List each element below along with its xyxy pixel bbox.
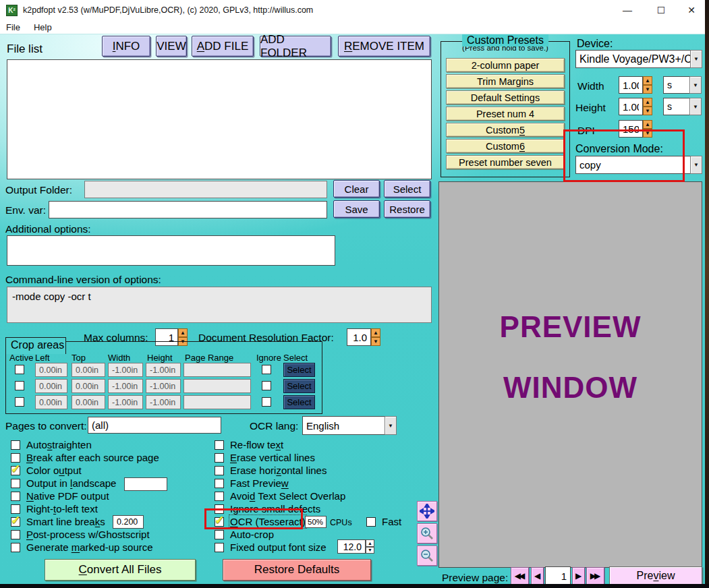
crop-left-input[interactable] [35, 363, 67, 377]
spin-up-icon[interactable]: ▲ [178, 328, 188, 337]
crop-active-checkbox[interactable]: ✓ [15, 381, 24, 390]
next-page-button[interactable]: ▶ [572, 567, 585, 585]
preview-button[interactable]: Preview [609, 566, 702, 585]
spin-down-icon[interactable]: ▼ [643, 85, 652, 94]
spin-down-icon[interactable]: ▼ [366, 547, 374, 554]
add-folder-button[interactable]: ADD FOLDER [260, 36, 331, 57]
spin-up-icon[interactable]: ▲ [366, 539, 374, 547]
prev-page-button[interactable]: ◀ [531, 567, 544, 585]
select-folder-button[interactable]: Select [384, 180, 430, 198]
output-folder-input[interactable] [84, 181, 327, 198]
spin-down-icon[interactable]: ▼ [371, 337, 380, 346]
info-button[interactable]: INFO [102, 36, 150, 57]
crop-width-input[interactable] [108, 379, 143, 393]
restore-defaults-button[interactable]: Restore Defaults [223, 559, 371, 581]
spin-down-icon[interactable]: ▼ [643, 107, 652, 115]
crop-select-button[interactable]: Select [283, 395, 315, 409]
file-list-box[interactable] [7, 59, 432, 179]
preview-page-input[interactable] [545, 566, 571, 585]
checkbox-color-output[interactable]: ✓ [11, 466, 20, 475]
crop-select-button[interactable]: Select [283, 363, 315, 377]
checkbox-reflow-text[interactable]: ✓ [215, 440, 224, 450]
ocr-lang-select[interactable]: English ▼ [302, 416, 397, 435]
width-stepper[interactable]: ▲ ▼ [643, 76, 652, 94]
menu-file[interactable]: File [0, 22, 27, 32]
close-button[interactable]: ✕ [678, 0, 705, 20]
crop-left-input[interactable] [35, 395, 67, 409]
smart-line-breaks-input[interactable] [113, 515, 144, 529]
clear-button[interactable]: Clear [333, 180, 380, 198]
spin-up-icon[interactable]: ▲ [371, 328, 380, 337]
checkbox-autostraighten[interactable]: ✓ [11, 440, 20, 450]
preset-button-5[interactable]: Custom 5 [446, 123, 565, 137]
pages-to-convert-input[interactable] [88, 417, 221, 434]
minimize-button[interactable]: — [614, 0, 641, 20]
crop-height-input[interactable] [146, 363, 181, 377]
view-button[interactable]: VIEW [156, 36, 187, 57]
landscape-pages-input[interactable] [124, 477, 167, 491]
ocr-cpu-input[interactable] [305, 516, 327, 528]
preset-button-6[interactable]: Custom 6 [446, 139, 565, 153]
checkbox-output-landscape[interactable]: ✓ [11, 479, 20, 488]
spin-up-icon[interactable]: ▲ [643, 98, 652, 107]
checkbox-auto-crop[interactable]: ✓ [215, 530, 224, 539]
checkbox-break-after-page[interactable]: ✓ [11, 453, 20, 463]
remove-item-button[interactable]: REMOVE ITEM [338, 36, 430, 57]
font-size-input[interactable] [337, 539, 366, 554]
crop-width-input[interactable] [108, 395, 143, 409]
doc-res-input[interactable] [347, 328, 371, 346]
crop-height-input[interactable] [146, 379, 181, 393]
width-unit-select[interactable]: s ▼ [663, 76, 702, 94]
crop-width-input[interactable] [108, 363, 143, 377]
menu-help[interactable]: Help [27, 22, 59, 32]
additional-options-input[interactable] [7, 235, 335, 266]
spin-up-icon[interactable]: ▲ [643, 120, 652, 129]
spin-up-icon[interactable]: ▲ [643, 76, 652, 85]
font-size-stepper[interactable]: ▲ ▼ [366, 539, 374, 554]
checkbox-ocr-fast[interactable]: ✓ [366, 517, 376, 527]
crop-ignore-checkbox[interactable]: ✓ [262, 365, 271, 374]
crop-left-input[interactable] [35, 379, 67, 393]
zoom-out-button[interactable] [417, 546, 437, 566]
doc-res-stepper[interactable]: ▲ ▼ [371, 328, 380, 346]
crop-pagerange-input[interactable] [183, 363, 251, 377]
save-button[interactable]: Save [333, 200, 380, 218]
zoom-in-button[interactable] [417, 523, 437, 543]
checkbox-ghostscript[interactable]: ✓ [11, 530, 20, 539]
width-input[interactable] [619, 76, 643, 94]
checkbox-native-pdf[interactable]: ✓ [11, 492, 20, 501]
crop-top-input[interactable] [72, 363, 105, 377]
crop-height-input[interactable] [146, 395, 181, 409]
last-page-button[interactable]: ▶▶ [586, 567, 604, 585]
checkbox-erase-vlines[interactable]: ✓ [215, 453, 224, 463]
chevron-down-icon[interactable]: ▼ [689, 76, 702, 94]
checkbox-rtl-text[interactable]: ✓ [11, 504, 20, 514]
crop-pagerange-input[interactable] [183, 379, 251, 393]
chevron-down-icon[interactable]: ▼ [385, 416, 397, 435]
crop-ignore-checkbox[interactable]: ✓ [262, 397, 271, 407]
preset-button-4[interactable]: Preset num 4 [446, 107, 565, 121]
checkbox-smart-line-breaks[interactable]: ✓ [11, 517, 20, 527]
chevron-down-icon[interactable]: ▼ [690, 156, 702, 174]
pan-fit-button[interactable] [417, 501, 437, 521]
crop-select-button[interactable]: Select [283, 379, 315, 393]
crop-top-input[interactable] [72, 379, 105, 393]
checkbox-fast-preview[interactable]: ✓ [215, 479, 224, 488]
preset-button-3[interactable]: Default Settings [446, 90, 565, 105]
crop-active-checkbox[interactable]: ✓ [15, 365, 24, 374]
preset-button-7[interactable]: Preset number seven [446, 155, 565, 169]
crop-pagerange-input[interactable] [183, 395, 251, 409]
height-stepper[interactable]: ▲ ▼ [643, 98, 652, 115]
device-select[interactable]: Kindle Voyage/PW3+/C ▼ [575, 50, 702, 68]
chevron-down-icon[interactable]: ▼ [689, 98, 702, 115]
restore-button[interactable]: Restore [384, 200, 430, 218]
crop-active-checkbox[interactable]: ✓ [15, 397, 24, 407]
checkbox-fixed-font-size[interactable]: ✓ [215, 543, 224, 552]
height-unit-select[interactable]: s ▼ [663, 98, 702, 115]
chevron-down-icon[interactable]: ▼ [690, 50, 702, 68]
first-page-button[interactable]: ◀◀ [511, 567, 529, 585]
preset-button-1[interactable]: 2-column paper [446, 58, 565, 72]
convert-all-files-button[interactable]: Convert All Files [45, 559, 196, 581]
preset-button-2[interactable]: Trim Margins [446, 74, 565, 88]
add-file-button[interactable]: ADD FILE [192, 36, 254, 57]
